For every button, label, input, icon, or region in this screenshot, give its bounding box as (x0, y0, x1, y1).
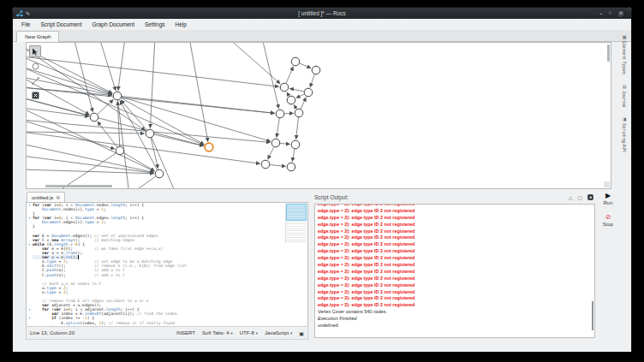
code-editor[interactable]: ▾for (var i=0; i < Document.nodes.length… (26, 202, 308, 329)
add-edge-tool-button[interactable] (29, 74, 41, 86)
menu-help[interactable]: Help (170, 21, 192, 27)
graph-node[interactable] (155, 169, 164, 178)
graph-edge[interactable] (289, 88, 304, 92)
graph-edge[interactable] (277, 118, 279, 137)
graph-edge[interactable] (268, 147, 274, 159)
maximize-icon[interactable]: ○ (608, 9, 611, 17)
code-text: v.type = 2; (33, 290, 69, 294)
minimap-viewport[interactable] (286, 204, 307, 221)
add-node-tool-button[interactable] (29, 60, 41, 72)
graph-canvas[interactable] (26, 42, 611, 189)
graph-edge[interactable] (296, 117, 299, 139)
script-output-console[interactable]: edge.type = 2): edge type ID 2 not regis… (314, 204, 595, 338)
delete-tool-button[interactable] (29, 89, 41, 101)
graph-edge[interactable] (262, 43, 279, 109)
insert-mode-label[interactable]: INSERT (176, 330, 195, 335)
output-scrollbar[interactable] (592, 301, 593, 330)
graph-node[interactable] (261, 160, 270, 169)
graph-node[interactable] (291, 140, 300, 149)
language-label: JavaScript (265, 330, 289, 335)
graph-edge[interactable] (118, 43, 125, 91)
circle-node-icon (32, 62, 39, 70)
graph-node[interactable] (295, 109, 303, 117)
stop-button[interactable]: ⊘ Stop (603, 214, 613, 227)
graph-edge[interactable] (189, 43, 208, 142)
close-icon[interactable]: ✕ (617, 9, 625, 18)
status-right: INSERT Soft Tabs: 4 ▾ UTF-8 ▾ JavaScript… (176, 330, 304, 336)
window-title: [ untitled ]* — Rocs (13, 10, 631, 16)
cursor-position-label[interactable]: Line 13, Column 20 (30, 330, 75, 335)
menu-bar: FileScript DocumentGraph DocumentSetting… (13, 19, 631, 30)
graph-edge[interactable] (129, 176, 156, 188)
select-move-tool-button[interactable] (29, 45, 41, 57)
graph-edge[interactable] (122, 97, 274, 114)
graph-edge[interactable] (292, 149, 295, 162)
graph-edge[interactable] (287, 92, 289, 97)
graph-edge[interactable] (228, 43, 280, 84)
graph-edge[interactable] (121, 100, 146, 130)
language-select[interactable]: JavaScript ▾ (265, 330, 292, 335)
graph-edge[interactable] (286, 67, 293, 83)
tab-new-graph[interactable]: New Graph (16, 31, 59, 42)
graph-node[interactable] (280, 83, 289, 92)
graph-node[interactable] (113, 92, 122, 100)
graph-node-selected[interactable] (205, 143, 213, 151)
side-tab-journal[interactable]: ▤Journal (622, 85, 627, 107)
vertical-scrollbar[interactable] (607, 45, 610, 62)
graph-edge[interactable] (301, 98, 306, 109)
delete-icon (32, 92, 39, 99)
graph-node[interactable] (287, 163, 295, 171)
graph-node[interactable] (291, 57, 300, 66)
graph-edge[interactable] (296, 94, 304, 98)
graph-edge[interactable] (27, 144, 154, 173)
output-frame-icon[interactable]: ▢ (577, 195, 582, 200)
graph-node[interactable] (287, 96, 295, 104)
graph-edge[interactable] (27, 132, 260, 163)
graph-edge[interactable] (270, 165, 285, 167)
script-editor-panel: untitled.js ⊗ ▾for (var i=0; i < Documen… (26, 191, 308, 340)
tab-close-icon[interactable]: ⊗ (56, 195, 60, 200)
run-button[interactable]: ▶ Run (603, 193, 612, 205)
graph-node[interactable] (116, 146, 124, 155)
graph-edge[interactable] (294, 105, 296, 110)
graph-edge[interactable] (74, 43, 92, 112)
graph-node[interactable] (276, 110, 284, 118)
debug-output-icon[interactable]: △ (569, 195, 573, 200)
minimize-icon[interactable]: ⌄ (599, 9, 603, 17)
graph-tab-bar: New Graph (13, 30, 631, 42)
side-tab-element-types[interactable]: ▦Element Types (622, 35, 627, 74)
menu-graph-document[interactable]: Graph Document (87, 21, 140, 27)
editor-settings-icon[interactable]: ▣ (299, 330, 304, 336)
titlebar[interactable]: ✎ [ untitled ]* — Rocs ⌄ ○ ✕ (13, 8, 631, 19)
graph-edge[interactable] (151, 138, 158, 169)
desktop: { "window": { "title": "[ untitled ]* — … (0, 0, 644, 362)
graph-edge[interactable] (152, 138, 176, 188)
titlebar-left: ✎ (16, 10, 30, 17)
menu-script-document[interactable]: Script Document (35, 21, 86, 27)
graph-node[interactable] (271, 139, 280, 147)
graph-edge[interactable] (27, 98, 204, 145)
encoding-select[interactable]: UTF-8 ▾ (240, 330, 258, 335)
tab-width-select[interactable]: Soft Tabs: 4 ▾ (202, 330, 233, 335)
graph-edge[interactable] (27, 132, 145, 134)
graph-node[interactable] (312, 66, 320, 74)
menu-file[interactable]: File (16, 21, 35, 27)
clear-output-icon[interactable]: ● (587, 194, 593, 200)
output-error-line: edge.type = 2): edge type ID 2 not regis… (318, 302, 594, 309)
menu-settings[interactable]: Settings (140, 21, 170, 27)
output-error-line: edge.type = 2): edge type ID 2 not regis… (318, 276, 594, 282)
graph-drawing (27, 43, 611, 188)
graph-edge[interactable] (310, 74, 314, 87)
output-error-line: edge.type = 2): edge type ID 2 not regis… (318, 262, 594, 269)
graph-edge[interactable] (280, 143, 289, 144)
side-tab-scripting-api[interactable]: ◨Scripting API (622, 117, 627, 152)
graph-edge[interactable] (123, 153, 154, 171)
minimap-scrollbar[interactable] (285, 204, 307, 243)
graph-edge[interactable] (27, 46, 146, 130)
graph-node[interactable] (146, 129, 154, 138)
graph-node[interactable] (90, 113, 98, 122)
graph-edge[interactable] (150, 43, 155, 128)
journal-icon: ▤ (623, 85, 627, 89)
graph-node[interactable] (304, 88, 313, 97)
graph-edge[interactable] (300, 63, 311, 68)
